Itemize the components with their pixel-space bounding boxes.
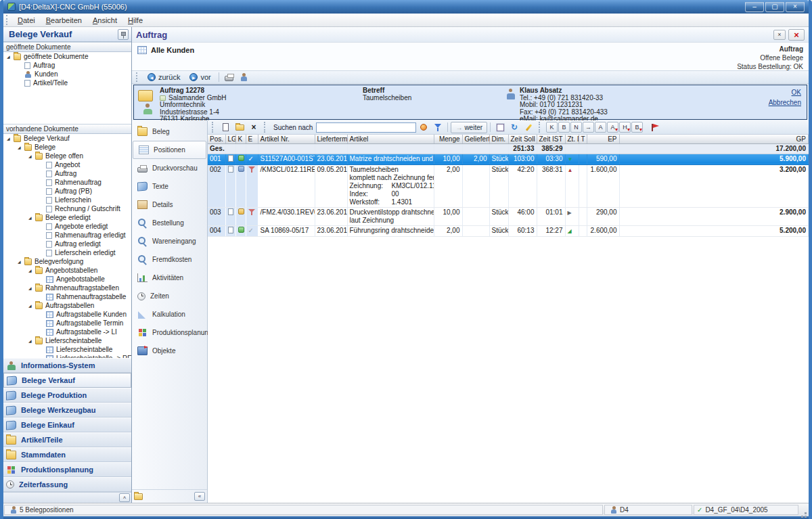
col-header-geliefert[interactable]: Geliefert [462,135,489,143]
tree-item[interactable]: Rechnung / Gutschrift [3,204,131,213]
col-header-t[interactable]: T [579,135,587,143]
collapse-left-button[interactable]: « [194,492,205,501]
expand-arrow-icon[interactable] [28,268,35,273]
tree-item[interactable]: Belegverfolgung [3,257,131,266]
position-row[interactable]: 001 S11527A00-001ST06013 23.06.2013 Matr… [208,154,809,164]
expand-arrow-icon[interactable] [18,259,24,264]
tree-item[interactable]: Belege Verkauf [3,134,131,143]
sidebar-nav-button[interactable]: Zeiterfassung [3,477,131,492]
detail-nav-button[interactable]: Kalkulation [132,305,207,323]
letter-button[interactable]: A [607,122,618,133]
tree-item[interactable]: Kunden [3,70,131,78]
col-header-zt-dif[interactable]: Zt. Dif. [565,135,579,143]
maximize-button[interactable]: ▢ [765,2,784,12]
expand-arrow-icon[interactable] [18,145,24,150]
tree-item[interactable]: Rahmenauftrag erledigt [3,231,131,240]
expand-arrow-icon[interactable] [28,338,35,343]
detail-nav-button[interactable]: Beleg [132,122,207,141]
detail-nav-button[interactable]: Zeiten [132,287,207,305]
col-header-k[interactable]: K [235,135,246,143]
letter-button[interactable]: A [595,122,606,133]
edit-button[interactable] [522,121,535,133]
flag-button[interactable] [644,121,657,133]
search-input[interactable] [316,122,416,133]
position-row[interactable]: 003 /FM2.4/030.1REV00 23.06.2013 Druckve… [208,207,809,225]
sidebar-nav-button[interactable]: Informations-System [3,358,131,373]
expand-arrow-icon[interactable] [28,215,35,220]
detail-nav-button[interactable]: Druckvorschau [132,159,207,177]
title-bar[interactable]: [D4:DeltaX]-CNC GmbH (55006) – ▢ × [3,0,809,14]
position-row[interactable]: 004 SA 10869-05/17 23.06.2013 Führungsri… [208,225,809,236]
sidebar-nav-button[interactable]: Belege Verkauf [3,373,131,388]
expand-arrow-icon[interactable] [28,154,35,158]
letter-button[interactable]: K [546,122,558,133]
col-header-ep[interactable]: EP [587,135,619,143]
col-header-artikel[interactable]: Artikel [347,135,434,143]
tree-item[interactable]: Auftrag [3,61,131,70]
tree-item[interactable]: Auftragstabelle -> LI [3,328,131,336]
close-small-button[interactable]: × [773,30,786,40]
menu-item[interactable]: Ansicht [87,15,122,26]
tree-item[interactable]: Rahmenauftragstabellen [3,284,131,292]
letter-button[interactable]: B [558,122,570,133]
delete-position-button[interactable]: × [247,121,261,133]
menu-item[interactable]: Bearbeiten [41,15,87,26]
col-header-lg[interactable]: LG [225,135,235,143]
search-next-button[interactable]: →weiter [451,122,487,133]
toolbar-grip[interactable] [212,122,215,133]
col-header-zeit-soll[interactable]: Zeit Soll [508,135,537,143]
sidebar-nav-button[interactable]: Produktionsplanung [3,462,131,477]
sidebar-nav-button[interactable]: Belege Werkzeugbau [3,403,131,418]
resize-grip[interactable] [799,503,809,516]
tree-item[interactable]: Belege erledigt [3,213,131,222]
col-header-artikel-nr[interactable]: Artikel Nr. [258,135,315,143]
select-mode-button[interactable] [493,121,507,133]
filter-button[interactable] [431,121,445,133]
col-header-pos[interactable]: Pos. [208,135,225,143]
menu-grip[interactable] [6,15,9,25]
menu-item[interactable]: Hilfe [122,15,148,26]
menu-item[interactable]: Datei [12,15,41,26]
expand-arrow-icon[interactable] [28,286,35,290]
tree-item[interactable]: Auftrag erledigt [3,240,131,248]
sidebar-nav-button[interactable]: Stammdaten [3,447,131,462]
send-button[interactable] [223,71,236,83]
open-position-button[interactable] [233,121,246,133]
forward-button[interactable]: ▶vor [185,72,215,83]
letter-button[interactable]: B [631,122,643,133]
toolbar-grip[interactable] [539,122,542,133]
col-header-menge[interactable]: Menge [434,135,462,143]
detail-nav-button[interactable]: Aktivitäten [132,269,207,287]
tree-item[interactable]: Lieferscheintabelle [3,336,131,345]
sidebar-nav-button[interactable]: Belege Einkauf [3,418,131,432]
tree-item[interactable]: Rahmenauftrag [3,178,131,187]
col-header-liefertermin[interactable]: Liefertermin [315,135,347,143]
tree-item[interactable]: Artikel/Teile [3,78,131,87]
col-header-dim[interactable]: Dim. [489,135,508,143]
new-position-button[interactable] [219,121,232,133]
collapse-up-button[interactable]: ˄ [119,493,130,502]
tree-item[interactable]: Belege offen [3,152,131,160]
expand-arrow-icon[interactable] [28,303,35,308]
col-header-zeit-ist[interactable]: Zeit IST [537,135,565,143]
close-button[interactable]: × [786,2,805,12]
tree-item[interactable]: Belege [3,143,131,152]
detail-nav-button[interactable]: Wareneingang [132,232,207,250]
tree-item[interactable]: Auftragstabelle Kunden [3,310,131,319]
back-button[interactable]: ◀zurück [143,72,184,83]
cancel-link[interactable]: Abbrechen [769,99,801,106]
sidebar-nav-button[interactable]: Artikel/Teile [3,432,131,447]
expand-arrow-icon[interactable] [7,136,14,141]
ok-link[interactable]: OK [792,89,801,96]
tree-item[interactable]: Angebotstabelle [3,275,131,284]
tree-item[interactable]: Angebote erledigt [3,222,131,231]
tree-item[interactable]: Angebot [3,160,131,169]
refresh-button[interactable]: ↻ [508,121,521,133]
detail-nav-button[interactable]: Produktionsplanung [132,323,207,342]
tree-item[interactable]: Rahmenauftragstabelle [3,292,131,301]
letter-button[interactable]: H [619,122,631,133]
tree-item[interactable]: Angebotstabellen [3,266,131,275]
tree-item[interactable]: geöffnete Dokumente [3,52,131,61]
close-document-button[interactable]: × [788,29,805,41]
sidebar-nav-button[interactable]: Belege Produktion [3,388,131,403]
